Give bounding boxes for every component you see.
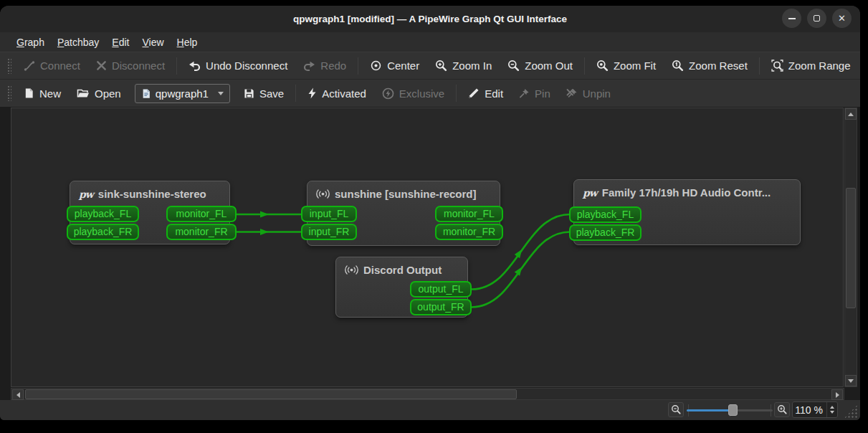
menu-bar: Graph Patchbay Edit View Help (0, 32, 860, 52)
zoom-slider[interactable] (687, 400, 773, 420)
zoom-in-icon (777, 404, 788, 415)
menu-edit[interactable]: Edit (105, 34, 135, 50)
patchbay-select-value: qpwgraph1 (156, 87, 209, 100)
spin-down-icon (830, 411, 834, 414)
edit-button[interactable]: Edit (460, 82, 511, 104)
node-title: Family 17h/19h HD Audio Contr... (602, 186, 771, 199)
pin-button[interactable]: Pin (511, 82, 558, 104)
exclusive-button[interactable]: Exclusive (374, 82, 452, 104)
toolbar-separator (176, 57, 177, 75)
scroll-right-button[interactable] (831, 389, 843, 400)
spinbox-arrows[interactable] (826, 402, 837, 417)
disconnect-icon (96, 60, 107, 71)
arrow-left-icon (16, 392, 20, 398)
save-button[interactable]: Save (236, 82, 292, 104)
activated-lightning-icon (307, 87, 317, 99)
title-bar: qpwgraph1 [modified] — A PipeWire Graph … (0, 6, 860, 32)
port-sunshine-monitor-fr[interactable]: monitor_FR (435, 224, 503, 240)
port-sunshine-input-fl[interactable]: input_FL (301, 206, 357, 222)
spin-up-icon (830, 406, 834, 409)
zoom-range-button[interactable]: Zoom Range (763, 55, 859, 77)
undo-icon (189, 60, 201, 72)
toolbar-separator (295, 85, 296, 102)
pipewire-icon: pw (79, 189, 93, 200)
center-icon (370, 60, 382, 72)
port-sink-monitor-fr[interactable]: monitor_FR (166, 224, 237, 240)
unpin-button[interactable]: Unpin (558, 82, 619, 104)
redo-button[interactable]: Redo (295, 55, 354, 77)
menu-patchbay[interactable]: Patchbay (51, 34, 105, 50)
port-discord-output-fl[interactable]: output_FL (410, 281, 472, 298)
menu-graph[interactable]: Graph (10, 34, 51, 50)
horizontal-scrollbar[interactable] (11, 388, 844, 400)
window-controls: ✕ (782, 9, 852, 28)
statusbar-zoom-out-button[interactable] (668, 402, 684, 417)
port-sink-monitor-fl[interactable]: monitor_FL (166, 206, 237, 222)
menu-help[interactable]: Help (171, 34, 204, 50)
minimize-button[interactable] (782, 9, 801, 28)
scroll-up-button[interactable] (845, 108, 857, 120)
zoom-fit-icon (596, 60, 609, 72)
new-file-icon (24, 87, 34, 99)
patchbay-toolbar: New Open qpwgraph1 (0, 79, 860, 107)
disconnect-button[interactable]: Disconnect (88, 55, 173, 77)
node-title: sink-sunshine-stereo (98, 188, 206, 200)
graph-view-frame: pw sink-sunshine-stereo sunshine [sunshi… (0, 107, 860, 400)
wire-arrow (260, 229, 269, 235)
toolbar-separator (759, 57, 760, 75)
port-discord-output-fr[interactable]: output_FR (410, 299, 472, 315)
node-title: sunshine [sunshine-record] (335, 188, 477, 200)
zoom-reset-button[interactable]: Zoom Reset (664, 55, 755, 77)
toolbar-separator (358, 57, 358, 75)
port-sink-playback-fl[interactable]: playback_FL (67, 206, 139, 222)
redo-icon (303, 60, 315, 72)
graph-toolbar: Connect Disconnect Undo Disconnect Redo (0, 52, 860, 79)
pipewire-icon: pw (583, 187, 597, 199)
undo-button[interactable]: Undo Disconnect (181, 55, 295, 77)
vertical-scrollbar-thumb[interactable] (846, 188, 856, 308)
graph-canvas[interactable]: pw sink-sunshine-stereo sunshine [sunshi… (11, 108, 844, 387)
minimize-icon (788, 18, 796, 19)
audio-app-icon (345, 265, 358, 275)
toolbar-drag-handle[interactable] (7, 85, 11, 101)
port-family-playback-fr[interactable]: playback_FR (569, 224, 642, 241)
vertical-scrollbar[interactable] (844, 108, 857, 387)
statusbar-zoom-in-button[interactable] (774, 402, 790, 417)
arrow-down-icon (848, 379, 854, 383)
open-button[interactable]: Open (69, 82, 129, 104)
port-family-playback-fl[interactable]: playback_FL (569, 206, 642, 223)
toolbar-drag-handle[interactable] (7, 58, 11, 74)
zoom-range-icon (771, 60, 783, 72)
center-button[interactable]: Center (362, 55, 427, 77)
status-bar: 110 % (0, 400, 860, 420)
scroll-left-button[interactable] (12, 389, 24, 400)
maximize-button[interactable] (807, 9, 826, 28)
maximize-icon (814, 15, 820, 22)
close-button[interactable]: ✕ (832, 9, 852, 28)
activated-button[interactable]: Activated (300, 82, 374, 104)
port-sunshine-monitor-fl[interactable]: monitor_FL (435, 206, 503, 222)
arrow-up-icon (848, 113, 854, 116)
toolbar-separator (456, 85, 457, 102)
zoom-out-button[interactable]: Zoom Out (500, 55, 581, 77)
window-title: qpwgraph1 [modified] — A PipeWire Graph … (293, 14, 567, 24)
scroll-down-button[interactable] (845, 375, 857, 386)
chevron-down-icon (218, 92, 224, 95)
zoom-fit-button[interactable]: Zoom Fit (588, 55, 664, 77)
patchbay-select[interactable]: qpwgraph1 (135, 84, 230, 103)
zoom-reset-icon (672, 60, 684, 72)
app-window: qpwgraph1 [modified] — A PipeWire Graph … (0, 6, 860, 420)
horizontal-scrollbar-thumb[interactable] (25, 389, 517, 399)
window-resize-grip[interactable] (844, 404, 858, 419)
edit-pencil-icon (468, 87, 480, 99)
zoom-slider-handle[interactable] (728, 404, 738, 416)
zoom-percent-value: 110 % (793, 404, 826, 416)
zoom-in-button[interactable]: Zoom In (427, 55, 500, 77)
port-sunshine-input-fr[interactable]: input_FR (301, 224, 357, 240)
new-button[interactable]: New (16, 82, 69, 104)
port-sink-playback-fr[interactable]: playback_FR (67, 224, 139, 240)
zoom-out-icon (671, 404, 682, 415)
zoom-percent-spinbox[interactable]: 110 % (792, 401, 838, 418)
menu-view[interactable]: View (135, 34, 170, 50)
connect-button[interactable]: Connect (16, 55, 88, 77)
